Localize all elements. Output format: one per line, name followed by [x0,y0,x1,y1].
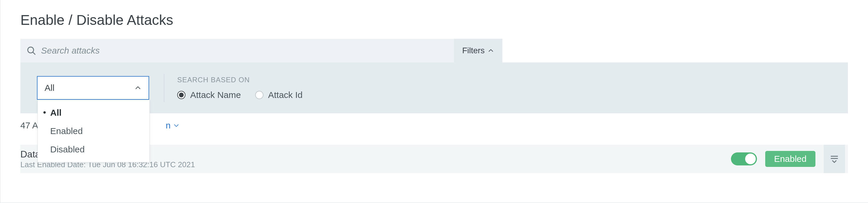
radio-label: Attack Name [190,90,241,100]
search-row: Filters [20,39,848,62]
search-input[interactable] [41,46,448,56]
status-filter-select[interactable]: All All Enabled Disabled [37,76,149,100]
search-basis-group: SEARCH BASED ON Attack Name Attack Id [177,76,303,100]
status-option-disabled[interactable]: Disabled [38,140,150,159]
radio-attack-name[interactable]: Attack Name [177,90,241,100]
status-badge: Enabled [765,151,815,167]
results-count-text: 47 A [20,121,38,130]
filters-toggle-label: Filters [462,46,485,55]
search-box [20,39,454,62]
page-title: Enable / Disable Attacks [20,12,848,28]
search-basis-label: SEARCH BASED ON [177,76,303,84]
enable-toggle[interactable] [731,152,757,166]
radio-dot-icon [177,91,185,99]
bulk-action-link[interactable]: n [166,121,180,130]
status-option-all[interactable]: All [38,104,150,122]
filters-toggle-button[interactable]: Filters [454,39,502,62]
bulk-action-text: n [166,121,171,130]
radio-dot-icon [255,91,264,99]
expand-icon [829,154,840,164]
expand-row-button[interactable] [824,145,845,173]
filter-panel: All All Enabled Disabled SEARCH BASED ON… [20,62,848,113]
status-filter-value: All [44,83,54,93]
radio-label: Attack Id [268,90,303,100]
status-option-enabled[interactable]: Enabled [38,122,150,140]
radio-attack-id[interactable]: Attack Id [255,90,303,100]
status-filter-menu: All Enabled Disabled [37,100,150,162]
chevron-down-icon [173,122,180,129]
search-icon [26,46,36,56]
vertical-divider [164,74,164,102]
chevron-up-icon [134,84,142,92]
chevron-up-icon [488,47,494,54]
svg-line-1 [33,52,35,54]
